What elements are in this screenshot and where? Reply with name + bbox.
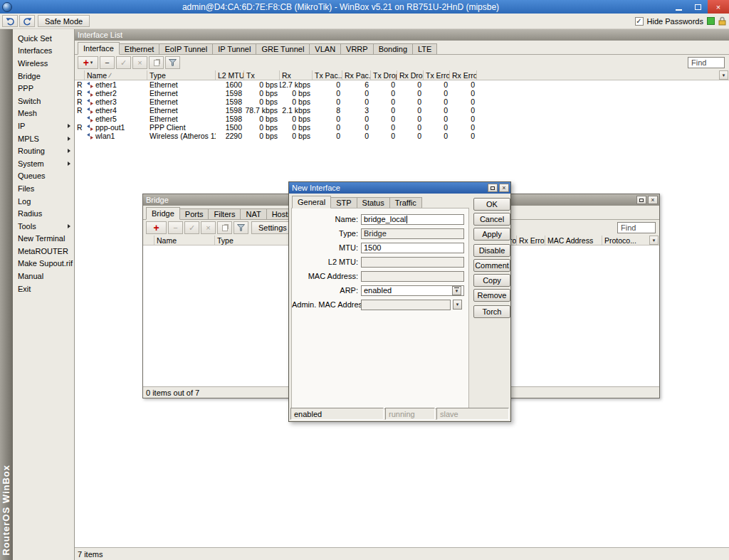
sidebar-item-exit[interactable]: Exit [13,282,74,295]
remove-button[interactable]: − [168,221,183,234]
hide-passwords-checkbox[interactable]: ✓ [635,17,644,26]
sidebar-item-ppp[interactable]: PPP [13,82,74,95]
apply-button[interactable]: Apply [473,228,510,241]
tab-filters[interactable]: Filters [208,208,241,220]
enable-button[interactable]: ✓ [184,221,199,234]
comment-button[interactable]: Comment [473,259,510,272]
redo-button[interactable] [19,15,35,27]
tab-bridge[interactable]: Bridge [146,207,180,220]
column-header-rx-drops[interactable]: Rx Drops [397,70,424,80]
column-header-mac-address[interactable]: MAC Address [545,236,602,245]
tab-traffic[interactable]: Traffic [389,197,422,208]
sidebar-item-files[interactable]: Files [13,182,74,195]
close-button[interactable]: × [708,0,729,14]
table-row[interactable]: wlan1Wireless (Atheros 11N)22900 bps0 bp… [75,132,729,140]
column-select-button[interactable]: ▼ [719,70,728,80]
tab-ports[interactable]: Ports [179,208,209,220]
table-row[interactable]: ether5Ethernet15980 bps0 bps000000 [75,115,729,123]
column-header-rx[interactable]: Rx [280,70,313,80]
cancel-button[interactable]: Cancel [473,213,510,226]
tab-eoip-tunnel[interactable]: EoIP Tunnel [159,43,213,55]
maximize-button[interactable] [688,0,708,14]
sidebar-item-manual[interactable]: Manual [13,270,74,282]
column-header-tx-drops[interactable]: Tx Drops [371,70,397,80]
tab-status[interactable]: Status [357,197,390,208]
column-header-rx-errors[interactable]: Rx Errors [517,236,545,245]
column-header-protoco[interactable]: Protoco... [602,236,651,245]
column-header-rx-errors[interactable]: Rx Errors [450,70,477,80]
find-input[interactable]: Find [688,57,725,68]
sidebar-item-switch[interactable]: Switch [13,95,74,107]
table-row[interactable]: Rether4Ethernet159878.7 kbps2.1 kbps8300… [75,106,729,115]
sidebar-item-new-terminal[interactable]: New Terminal [13,233,74,245]
sidebar-item-ip[interactable]: IP [13,120,74,132]
tab-gre-tunnel[interactable]: GRE Tunnel [256,43,310,55]
remove-button[interactable]: − [100,56,115,69]
tab-nat[interactable]: NAT [240,208,266,220]
table-row[interactable]: Rether1Ethernet16000 bps12.7 kbps060000 [75,80,729,89]
sidebar-item-routing[interactable]: Routing [13,144,74,157]
close-button[interactable]: × [499,184,509,192]
tab-ip-tunnel[interactable]: IP Tunnel [212,43,256,55]
tab-general[interactable]: General [292,196,331,208]
safe-mode-button[interactable]: Safe Mode [38,15,90,27]
tab-ethernet[interactable]: Ethernet [119,43,160,55]
sidebar-item-quick-set[interactable]: Quick Set [13,32,74,45]
column-header-tx-errors[interactable]: Tx Errors [424,70,450,80]
mtu-input[interactable]: 1500 [361,243,464,253]
column-header-l2-mtu[interactable]: L2 MTU [216,70,244,80]
tab-stp[interactable]: STP [330,197,357,208]
sidebar-item-make-supout-rif[interactable]: Make Supout.rif [13,258,74,270]
column-header-type[interactable]: Type [215,236,300,245]
sidebar-item-metarouter[interactable]: MetaROUTER [13,245,74,258]
maximize-button[interactable] [636,196,646,204]
tab-vrrp[interactable]: VRRP [340,43,374,55]
column-header-tx-pac[interactable]: Tx Pac... [313,70,342,80]
filter-button[interactable] [165,56,180,69]
column-select-button[interactable]: ▼ [649,236,659,245]
settings-button[interactable]: Settings [251,221,294,234]
comment-button[interactable] [149,56,164,69]
torch-button[interactable]: Torch [473,305,510,318]
add-button[interactable]: +▾ [78,56,98,69]
dropdown-arrow-icon[interactable]: ▼ [453,300,462,310]
disable-button[interactable]: × [132,56,147,69]
sidebar-item-bridge[interactable]: Bridge [13,70,74,83]
table-row[interactable]: Rether3Ethernet15980 bps0 bps000000 [75,97,729,106]
add-button[interactable]: + [146,221,167,234]
tab-vlan[interactable]: VLAN [309,43,341,55]
comment-button[interactable] [217,221,232,234]
sidebar-item-wireless[interactable]: Wireless [13,57,74,70]
enable-button[interactable]: ✓ [116,56,131,69]
tab-lte[interactable]: LTE [412,43,437,55]
sidebar-item-mesh[interactable]: Mesh [13,107,74,120]
name-input[interactable]: bridge_local [361,214,464,225]
ok-button[interactable]: OK [473,198,510,211]
tab-interface[interactable]: Interface [78,42,120,55]
sidebar-item-interfaces[interactable]: Interfaces [13,45,74,58]
tab-bonding[interactable]: Bonding [373,43,413,55]
disable-button[interactable]: × [201,221,216,234]
sidebar-item-log[interactable]: Log [13,195,74,208]
sidebar-item-system[interactable]: System [13,157,74,170]
filter-button[interactable] [234,221,248,234]
undo-button[interactable] [2,15,18,27]
sidebar-item-queues[interactable]: Queues [13,170,74,183]
column-header-name[interactable]: Name [154,236,215,245]
copy-button[interactable]: Copy [473,274,510,287]
sidebar-item-radius[interactable]: Radius [13,207,74,220]
sidebar-item-mpls[interactable]: MPLS [13,132,74,145]
new-interface-titlebar[interactable]: New Interface × [289,182,510,194]
column-header-tx[interactable]: Tx [244,70,280,80]
dropdown-arrow-icon[interactable]: ▼ [452,286,461,295]
column-header-type[interactable]: Type [147,70,216,80]
minimize-button[interactable] [669,0,688,14]
column-header-rx-pac[interactable]: Rx Pac... [342,70,371,80]
sidebar-item-tools[interactable]: Tools [13,220,74,233]
arp-select[interactable]: enabled▼ [361,285,464,296]
table-row[interactable]: Rether2Ethernet15980 bps0 bps000000 [75,89,729,97]
remove-button[interactable]: Remove [473,289,510,302]
interface-list-titlebar[interactable]: Interface List [75,29,729,41]
column-header-name[interactable]: Name∕ [85,70,147,80]
table-row[interactable]: Rppp-out1PPP Client15000 bps0 bps000000 [75,123,729,132]
